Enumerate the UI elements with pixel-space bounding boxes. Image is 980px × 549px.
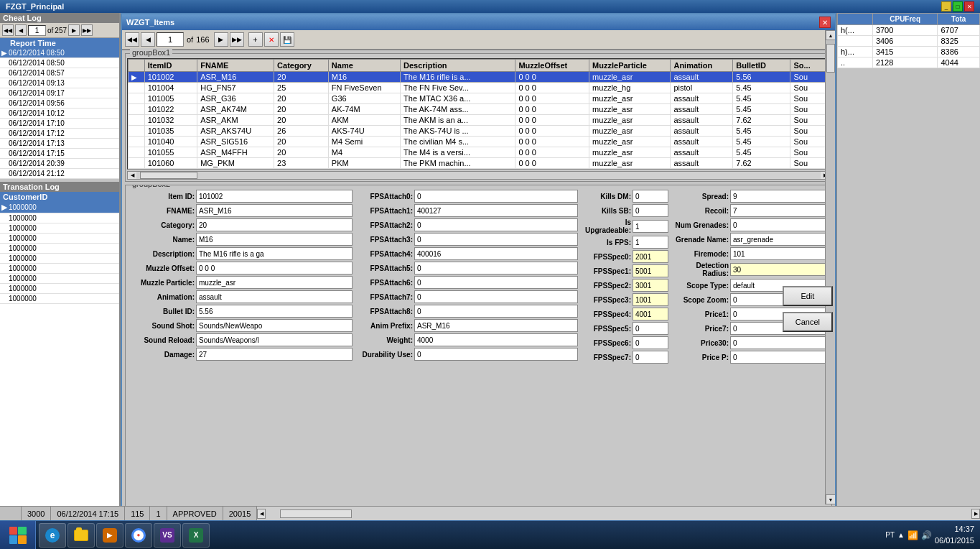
cheat-log-row-11[interactable]: 06/12/2014 20:39 <box>0 159 119 169</box>
cheat-log-row-7[interactable]: 06/12/2014 17:10 <box>0 119 119 129</box>
fps-attach2-input[interactable] <box>414 218 578 231</box>
taskbar-media-icon[interactable]: ▶ <box>96 523 123 548</box>
fps-spec0-input[interactable] <box>633 250 668 263</box>
bullet-id-input[interactable] <box>196 305 353 318</box>
toolbar-delete-btn[interactable]: ✕ <box>264 32 279 47</box>
status-hscroll-left[interactable]: ◀ <box>257 509 266 519</box>
cheat-log-row-3[interactable]: 06/12/2014 09:13 <box>0 78 119 88</box>
status-hscroll-right[interactable]: ▶ <box>971 509 980 519</box>
wzgt-vscroll[interactable]: ▲ ▼ <box>825 30 835 504</box>
table-row[interactable]: 101022 ASR_AK74M 20 AK-74M The AK-74M as… <box>129 104 829 115</box>
fps-attach6-input[interactable] <box>414 276 578 289</box>
trans-row-5[interactable]: 1000000 <box>0 254 119 264</box>
num-grenades-input[interactable] <box>730 218 827 231</box>
muzzle-offset-input[interactable] <box>196 262 353 274</box>
toolbar-prev-btn[interactable]: ◀ <box>141 32 155 47</box>
fps-spec2-input[interactable] <box>633 279 668 292</box>
weight-input[interactable] <box>414 333 578 346</box>
start-button[interactable] <box>0 521 36 550</box>
price-p-input[interactable] <box>730 351 827 364</box>
trans-row-8[interactable]: 1000000 <box>0 284 119 294</box>
trans-row-9[interactable]: 1000000 <box>0 294 119 304</box>
trans-row-4[interactable]: 1000000 <box>0 244 119 254</box>
price30-input[interactable] <box>730 336 827 349</box>
vscroll-up-btn[interactable]: ▲ <box>826 30 836 40</box>
col-header-itemid[interactable]: ItemID <box>144 60 197 72</box>
col-header-bulletid[interactable]: BulletID <box>733 60 790 72</box>
taskbar-folder-icon[interactable] <box>67 523 95 548</box>
firemode-input[interactable] <box>730 247 827 260</box>
trans-row-3[interactable]: 1000000 <box>0 234 119 244</box>
col-header-animation[interactable]: Animation <box>671 60 733 72</box>
kills-dm-input[interactable] <box>633 190 668 203</box>
sound-shot-input[interactable] <box>196 319 353 332</box>
col-header-name[interactable]: Name <box>328 60 400 72</box>
cheat-log-row-0[interactable]: ▶ 06/12/2014 08:50 <box>0 48 119 58</box>
col-header-sou[interactable]: So... <box>790 60 829 72</box>
toolbar-first-btn[interactable]: ◀◀ <box>125 32 139 47</box>
tray-up-arrow-icon[interactable]: ▲ <box>897 531 905 539</box>
fps-spec1-input[interactable] <box>633 264 668 277</box>
cheat-nav-prev[interactable]: ◀ <box>15 24 27 36</box>
fps-spec4-input[interactable] <box>633 308 668 320</box>
table-row[interactable]: 101005 ASR_G36 20 G36 The MTAC X36 a... … <box>129 93 829 104</box>
taskbar-ie-icon[interactable]: e <box>39 523 66 548</box>
toolbar-save-btn[interactable]: 💾 <box>280 32 294 47</box>
fps-spec5-input[interactable] <box>633 322 668 335</box>
kills-sb-input[interactable] <box>633 204 668 217</box>
fps-attach5-input[interactable] <box>414 262 578 274</box>
trans-row-6[interactable]: 1000000 <box>0 264 119 274</box>
cheat-nav-input[interactable]: 1 <box>28 25 46 36</box>
fps-attach3-input[interactable] <box>414 233 578 246</box>
cheat-nav-next[interactable]: ▶ <box>68 24 80 36</box>
cheat-log-row-8[interactable]: 06/12/2014 17:12 <box>0 129 119 139</box>
table-row[interactable]: 101060 MG_PKM 23 PKM The PKM machin... 0… <box>129 158 829 169</box>
toolbar-last-btn[interactable]: ▶▶ <box>230 32 244 47</box>
fps-spec3-input[interactable] <box>633 293 668 306</box>
trans-row-2[interactable]: 1000000 <box>0 223 119 234</box>
cheat-log-row-12[interactable]: 06/12/2014 21:12 <box>0 169 119 179</box>
edit-button[interactable]: Edit <box>783 286 833 306</box>
detection-radius-input[interactable] <box>730 263 827 276</box>
minimize-btn[interactable]: _ <box>941 1 951 11</box>
toolbar-add-btn[interactable]: + <box>248 32 263 47</box>
cheat-log-row-1[interactable]: 06/12/2014 08:50 <box>0 58 119 68</box>
trans-row-7[interactable]: 1000000 <box>0 274 119 284</box>
table-row[interactable]: 101004 HG_FN57 25 FN FiveSeven The FN Fi… <box>129 83 829 93</box>
table-row[interactable]: 101032 ASR_AKM 20 AKM The AKM is an a...… <box>129 115 829 126</box>
table-row[interactable]: ▶ 101002 ASR_M16 20 M16 The M16 rifle is… <box>129 72 829 83</box>
cancel-button[interactable]: Cancel <box>783 312 833 332</box>
vscroll-down-btn[interactable]: ▼ <box>826 494 836 504</box>
maximize-btn[interactable]: □ <box>953 1 963 11</box>
fps-spec7-input[interactable] <box>633 351 668 364</box>
fps-spec6-input[interactable] <box>633 336 668 349</box>
table-hscroll[interactable]: ◀ ▶ <box>127 171 830 180</box>
category-input[interactable] <box>196 218 353 231</box>
table-row[interactable]: 101040 ASR_SIG516 20 M4 Semi The civilia… <box>129 137 829 147</box>
toolbar-record-input[interactable]: 1 <box>157 32 184 47</box>
spread-input[interactable] <box>730 190 827 203</box>
hscroll-left-btn[interactable]: ◀ <box>128 172 136 179</box>
cheat-log-row-5[interactable]: 06/12/2014 09:56 <box>0 98 119 109</box>
close-main-btn[interactable]: ✕ <box>964 1 974 11</box>
cheat-log-row-6[interactable]: 06/12/2014 10:12 <box>0 109 119 119</box>
table-row[interactable]: 101035 ASR_AKS74U 26 AKS-74U The AKS-74U… <box>129 126 829 137</box>
taskbar-vs-icon[interactable]: VS <box>154 523 181 548</box>
cheat-nav-last[interactable]: ▶▶ <box>81 24 93 36</box>
items-table-container[interactable]: ItemID FNAME Category Name Description M… <box>127 58 830 170</box>
col-header-description[interactable]: Description <box>401 60 515 72</box>
muzzle-particle-input[interactable] <box>196 276 353 289</box>
cheat-log-row-9[interactable]: 06/12/2014 17:13 <box>0 139 119 149</box>
taskbar-chrome-icon[interactable]: ● <box>125 523 152 548</box>
toolbar-next-btn[interactable]: ▶ <box>214 32 228 47</box>
is-fps-input[interactable] <box>633 236 668 249</box>
taskbar-excel-icon[interactable]: X <box>182 523 210 548</box>
fps-attach7-input[interactable] <box>414 290 578 303</box>
anim-prefix-input[interactable] <box>414 319 578 332</box>
animation-input[interactable] <box>196 290 353 303</box>
cheat-log-row-10[interactable]: 06/12/2014 17:15 <box>0 149 119 159</box>
item-id-input[interactable] <box>196 190 353 203</box>
fps-attach8-input[interactable] <box>414 305 578 318</box>
col-header-fname[interactable]: FNAME <box>197 60 274 72</box>
status-hscroll[interactable]: ◀ ▶ <box>257 507 980 520</box>
